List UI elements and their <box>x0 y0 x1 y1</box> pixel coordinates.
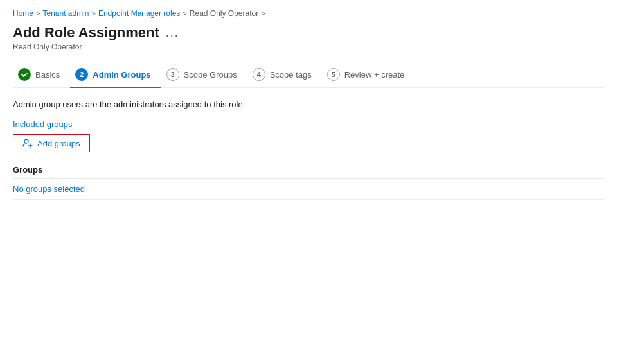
step-review-create-label: Review + create <box>344 70 405 80</box>
breadcrumb-sep-1: > <box>36 10 40 17</box>
step-scope-tags[interactable]: 4 Scope tags <box>247 63 322 87</box>
page-container: Home > Tenant admin > Endpoint Manager r… <box>0 0 617 364</box>
add-groups-icon <box>22 138 33 148</box>
included-groups-label: Included groups <box>13 119 604 129</box>
page-subtitle: Read Only Operator <box>13 42 604 51</box>
no-groups-row: No groups selected <box>13 179 604 200</box>
step-review-create-num: 5 <box>327 68 340 81</box>
step-admin-groups[interactable]: 2 Admin Groups <box>70 63 161 87</box>
breadcrumb: Home > Tenant admin > Endpoint Manager r… <box>13 9 604 18</box>
step-basics[interactable]: Basics <box>13 63 70 87</box>
table-header: Groups <box>13 161 604 179</box>
step-scope-tags-label: Scope tags <box>270 70 312 80</box>
add-groups-button[interactable]: Add groups <box>13 134 90 152</box>
step-scope-groups-label: Scope Groups <box>184 70 237 80</box>
add-groups-label: Add groups <box>37 139 80 148</box>
table-column-groups: Groups <box>13 165 604 175</box>
breadcrumb-home[interactable]: Home <box>13 9 33 18</box>
breadcrumb-sep-3: > <box>183 10 186 17</box>
step-admin-groups-num: 2 <box>75 68 88 81</box>
steps-bar: Basics 2 Admin Groups 3 Scope Groups 4 S… <box>13 63 604 88</box>
breadcrumb-tenant-admin[interactable]: Tenant admin <box>42 9 89 18</box>
step-review-create[interactable]: 5 Review + create <box>322 63 415 87</box>
step-check-icon <box>18 68 31 81</box>
breadcrumb-sep-2: > <box>92 10 96 17</box>
page-title: Add Role Assignment <box>13 24 159 41</box>
breadcrumb-current: Read Only Operator <box>190 9 258 18</box>
step-scope-groups-num: 3 <box>166 68 179 81</box>
svg-point-0 <box>24 139 28 143</box>
step-admin-groups-label: Admin Groups <box>93 70 150 80</box>
step-basics-label: Basics <box>35 70 60 80</box>
page-title-row: Add Role Assignment ... <box>13 24 604 41</box>
step-scope-tags-num: 4 <box>253 68 265 81</box>
more-options-icon[interactable]: ... <box>166 26 179 40</box>
breadcrumb-endpoint-manager[interactable]: Endpoint Manager roles <box>98 9 180 18</box>
description-text: Admin group users are the administrators… <box>13 100 604 109</box>
breadcrumb-arrow: > <box>261 10 265 17</box>
step-scope-groups[interactable]: 3 Scope Groups <box>161 63 247 87</box>
